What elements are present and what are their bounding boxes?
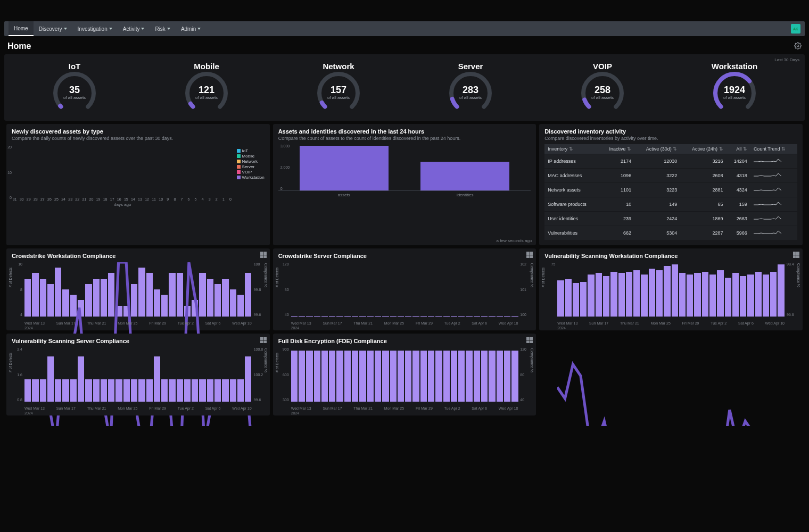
fde-panel: Full Disk Encryption (FDE) Compliance 90…	[273, 334, 536, 415]
panel-title: Vulnerability Scanning Workstation Compl…	[544, 253, 797, 259]
table-header[interactable]: Active (24h) ⇅	[680, 144, 726, 154]
panel-menu-icon[interactable]	[793, 252, 799, 258]
panel-menu-icon[interactable]	[526, 337, 533, 343]
nav-discovery[interactable]: Discovery	[34, 21, 72, 36]
combo-chart: 2.41.60.8 # of Defects 100.8100.299.6 Co…	[12, 347, 265, 410]
svg-point-0	[797, 45, 799, 47]
table-header[interactable]: Active (30d) ⇅	[634, 144, 680, 154]
gauge-network[interactable]: Network 157 of all assets	[274, 59, 403, 115]
gauge-value: 121	[182, 85, 231, 96]
table-row[interactable]: User identities239242418692663	[544, 212, 797, 226]
top-nav: HomeDiscoveryInvestigationActivityRiskAd…	[4, 21, 805, 36]
two-bar-chart: 3,0002,0000	[278, 144, 531, 191]
avatar[interactable]: AK	[791, 24, 800, 34]
page-header: Home	[4, 36, 805, 54]
panel-title: Full Disk Encryption (FDE) Compliance	[278, 338, 531, 344]
gauge-voip[interactable]: VOIP 258 of all assets	[538, 59, 667, 115]
panel-footer-time: a few seconds ago	[497, 238, 532, 243]
chevron-down-icon	[109, 28, 112, 30]
gauges-panel: Last 30 Days IoT 35 of all assets Mobile…	[4, 54, 805, 121]
gauge-sub: of all assets	[50, 95, 99, 100]
nav-home[interactable]: Home	[9, 21, 34, 36]
nav-admin[interactable]: Admin	[176, 21, 206, 36]
legend: IoTMobileNetworkServerVOIPWorkstation	[237, 145, 265, 207]
timerange-label: Last 30 Days	[774, 57, 799, 62]
gauge-value: 283	[446, 85, 495, 96]
panel-title: Newly discovered assets by type	[12, 128, 265, 135]
vuln-workstation-panel: Vulnerability Scanning Workstation Compl…	[539, 248, 803, 330]
panel-menu-icon[interactable]	[260, 337, 267, 343]
inventory-table: Inventory ⇅Inactive ⇅Active (30d) ⇅Activ…	[544, 144, 797, 240]
table-header[interactable]: Inactive ⇅	[600, 144, 634, 154]
combo-chart: 900600300 # of Defects 1208040 Complianc…	[278, 347, 531, 410]
panel-subtitle: Compare the daily counts of newly discov…	[12, 136, 265, 141]
crowdstrike-workstation-panel: Crowdstrike Workstation Compliance 1084 …	[6, 248, 270, 330]
chevron-down-icon	[197, 28, 201, 30]
panel-menu-icon[interactable]	[260, 252, 267, 258]
nav-risk[interactable]: Risk	[150, 21, 175, 36]
panel-menu-icon[interactable]	[526, 252, 533, 258]
chevron-down-icon	[141, 28, 144, 30]
crowdstrike-server-panel: Crowdstrike Server Compliance 1208040 # …	[273, 248, 536, 330]
panel-title: Assets and identities discovered in the …	[278, 128, 531, 135]
bar	[420, 162, 509, 190]
table-row[interactable]: Network assets1101322328814324	[544, 183, 797, 197]
combo-chart: 1208040 # of Defects 102101100 Complianc…	[278, 262, 531, 325]
gauge-iot[interactable]: IoT 35 of all assets	[10, 59, 139, 115]
x-axis-label: days ago	[12, 202, 234, 207]
vuln-server-panel: Vulnerability Scanning Server Compliance…	[6, 334, 270, 415]
stacked-bar-chart	[12, 145, 234, 196]
gauge-sub: of all assets	[578, 95, 627, 100]
panel-subtitle: Compare discovered inventories by activi…	[544, 136, 797, 141]
table-row[interactable]: Software products1014965159	[544, 197, 797, 212]
table-row[interactable]: MAC addresses1096322226084318	[544, 169, 797, 183]
gauge-workstation[interactable]: Workstation 1924 of all assets	[670, 59, 799, 115]
nav-activity[interactable]: Activity	[118, 21, 150, 36]
newly-discovered-panel: Newly discovered assets by type Compare …	[6, 124, 270, 245]
combo-chart: 1084 # of Defects 10099.899.6 Compliance…	[12, 262, 265, 325]
page-title: Home	[7, 41, 31, 51]
table-row[interactable]: Vulnerabilities662530422875966	[544, 226, 797, 240]
gauge-mobile[interactable]: Mobile 121 of all assets	[142, 59, 271, 115]
gauge-sub: of all assets	[710, 95, 759, 100]
panel-title: Crowdstrike Server Compliance	[278, 253, 531, 259]
table-header[interactable]: All ⇅	[727, 144, 750, 154]
chevron-down-icon	[167, 28, 170, 30]
panel-title: Vulnerability Scanning Server Compliance	[12, 338, 265, 344]
table-row[interactable]: IP addresses217412030321614204	[544, 154, 797, 169]
assets-identities-panel: Assets and identities discovered in the …	[273, 124, 536, 245]
combo-chart: 75 # of Defects 98.496.8 Compliance % We…	[544, 262, 797, 325]
gauge-value: 258	[578, 85, 627, 96]
gauge-value: 1924	[710, 85, 759, 96]
gauge-sub: of all assets	[314, 95, 363, 100]
gauge-sub: of all assets	[446, 95, 495, 100]
gauge-value: 157	[314, 85, 363, 96]
gauge-value: 35	[50, 85, 99, 96]
nav-investigation[interactable]: Investigation	[72, 21, 118, 36]
panel-subtitle: Compare the count of assets to the count…	[278, 136, 531, 141]
panel-title: Crowdstrike Workstation Compliance	[12, 253, 265, 259]
table-header[interactable]: Count Trend ⇅	[750, 144, 797, 154]
chevron-down-icon	[64, 28, 67, 30]
inventory-panel: Discovered inventory activity Compare di…	[539, 124, 803, 245]
bar	[300, 146, 389, 190]
gauge-sub: of all assets	[182, 95, 231, 100]
table-header[interactable]: Inventory ⇅	[544, 144, 599, 154]
panel-title: Discovered inventory activity	[544, 128, 797, 135]
gauge-server[interactable]: Server 283 of all assets	[406, 59, 535, 115]
gear-icon[interactable]	[794, 42, 802, 51]
